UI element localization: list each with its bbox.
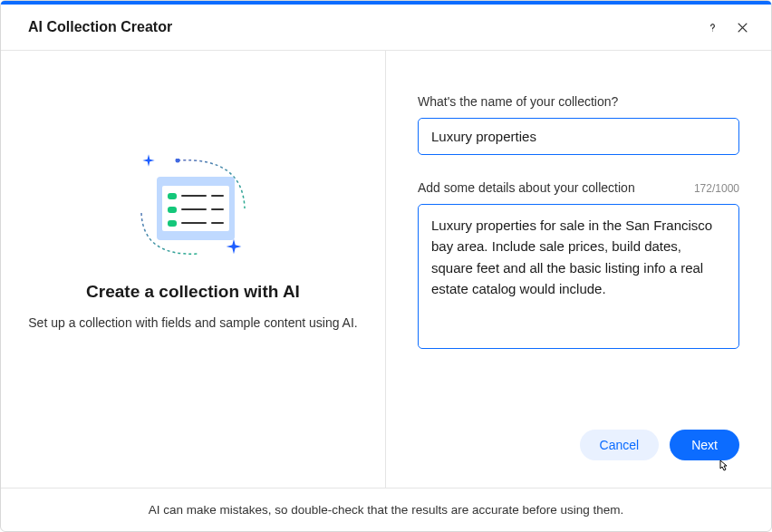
modal-footer: AI can make mistakes, so double-check th… (1, 488, 771, 531)
next-button[interactable]: Next (670, 430, 739, 460)
header-actions (706, 21, 749, 34)
modal-title: AI Collection Creator (28, 19, 172, 35)
modal-header: AI Collection Creator (1, 5, 771, 51)
modal-body: Create a collection with AI Set up a col… (1, 51, 771, 488)
close-icon[interactable] (736, 21, 749, 34)
collection-name-input[interactable] (418, 118, 739, 155)
right-panel: What's the name of your collection? Add … (386, 51, 771, 488)
details-label: Add some details about your collection (418, 180, 635, 195)
cursor-icon (716, 459, 730, 475)
ai-illustration (125, 151, 261, 269)
left-panel: Create a collection with AI Set up a col… (1, 51, 386, 488)
details-field-group: Add some details about your collection 1… (418, 180, 739, 353)
name-label: What's the name of your collection? (418, 94, 739, 109)
help-icon[interactable] (706, 21, 719, 34)
char-count: 172/1000 (694, 182, 739, 195)
collection-details-input[interactable] (418, 204, 739, 349)
disclaimer-text: AI can make mistakes, so double-check th… (149, 503, 624, 517)
button-row: Cancel Next (580, 430, 739, 460)
name-field-group: What's the name of your collection? (418, 94, 739, 155)
svg-point-1 (712, 30, 713, 31)
cancel-button[interactable]: Cancel (580, 430, 660, 460)
left-title: Create a collection with AI (86, 282, 300, 302)
svg-point-2 (176, 159, 180, 163)
left-subtitle: Set up a collection with fields and samp… (28, 314, 357, 333)
ai-collection-creator-modal: AI Collection Creator (0, 0, 772, 532)
